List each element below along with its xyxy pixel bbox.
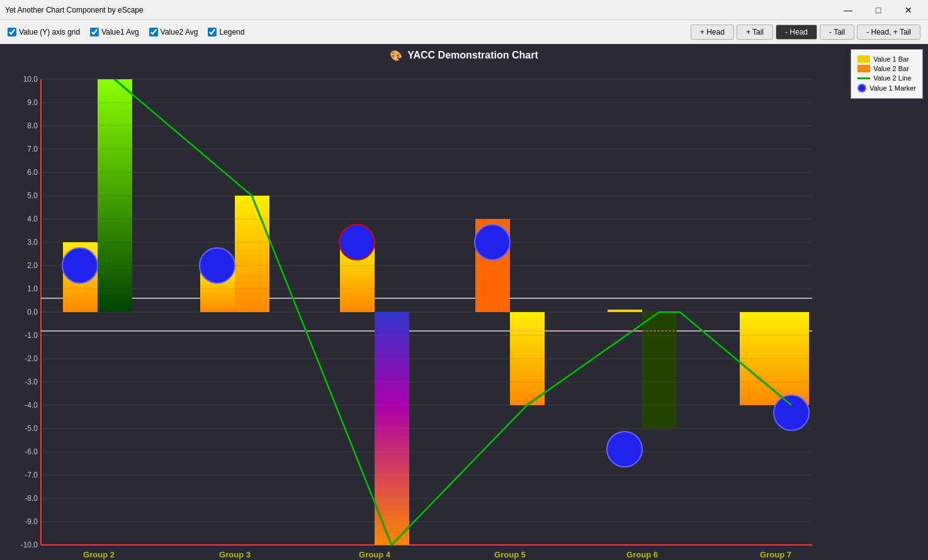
- group2-label: Group 2: [83, 550, 115, 559]
- chart-title-bar: 🎨 YACC Demonstration Chart: [0, 44, 928, 67]
- legend-swatch-value1-bar: [857, 55, 870, 63]
- chart-title: YACC Demonstration Chart: [407, 50, 538, 61]
- checkbox-value1-avg[interactable]: Value1 Avg: [90, 28, 139, 36]
- svg-text:5.0: 5.0: [27, 191, 38, 200]
- group4-marker: [339, 225, 375, 260]
- legend-swatch-value2-line: [857, 77, 870, 79]
- group2-marker: [62, 248, 98, 283]
- svg-text:3.0: 3.0: [27, 238, 38, 247]
- group3-label: Group 3: [219, 550, 251, 559]
- legend-item-value2-line: Value 2 Line: [857, 74, 916, 82]
- svg-text:-10.0: -10.0: [21, 540, 38, 549]
- group3-marker: [200, 248, 235, 283]
- svg-text:10.0: 10.0: [23, 75, 38, 84]
- app-title: Yet Another Chart Component by eScape: [5, 6, 144, 14]
- svg-text:6.0: 6.0: [27, 168, 38, 177]
- titlebar-left: Yet Another Chart Component by eScape: [5, 6, 144, 14]
- checkbox-y-axis-grid[interactable]: Value (Y) axis grid: [8, 28, 80, 36]
- minus-tail-button[interactable]: - Tail: [820, 25, 854, 40]
- group5-label: Group 5: [494, 550, 526, 559]
- svg-text:1.0: 1.0: [27, 284, 38, 293]
- grid-lines: [41, 79, 812, 545]
- group6-marker: [607, 432, 642, 467]
- chart-svg: 10.0 9.0 8.0 7.0 6.0 5.0 4.0 3.0 2.0 1.0…: [0, 67, 928, 560]
- svg-text:2.0: 2.0: [27, 261, 38, 270]
- svg-text:-8.0: -8.0: [25, 494, 38, 503]
- group7-marker: [774, 395, 809, 430]
- checkbox-value2-avg[interactable]: Value2 Avg: [149, 28, 198, 36]
- titlebar-controls: — □ ✕: [834, 1, 923, 20]
- legend-swatch-value2-bar: [857, 65, 870, 72]
- legend-swatch-value1-marker: [857, 84, 866, 92]
- group3-value2-bar: [235, 196, 269, 312]
- svg-text:-3.0: -3.0: [25, 378, 38, 386]
- svg-text:-4.0: -4.0: [25, 401, 38, 410]
- close-button[interactable]: ✕: [894, 1, 923, 20]
- group6-label: Group 6: [626, 550, 658, 559]
- legend-item-value2-bar: Value 2 Bar: [857, 65, 916, 72]
- svg-text:-5.0: -5.0: [25, 424, 38, 433]
- legend-item-value1-bar: Value 1 Bar: [857, 55, 916, 63]
- toolbar: Value (Y) axis grid Value1 Avg Value2 Av…: [0, 20, 928, 44]
- svg-text:0.0: 0.0: [27, 308, 38, 316]
- svg-text:9.0: 9.0: [27, 98, 38, 107]
- svg-text:-2.0: -2.0: [25, 354, 38, 363]
- group6-value2-bar: [642, 312, 677, 428]
- chart-area: 🎨 YACC Demonstration Chart Value 1 Bar V…: [0, 44, 928, 560]
- head-tail-buttons: + Head + Tail - Head - Tail - Head, + Ta…: [691, 25, 920, 40]
- svg-text:-9.0: -9.0: [25, 517, 38, 526]
- maximize-button[interactable]: □: [864, 1, 893, 20]
- checkbox-legend[interactable]: Legend: [208, 28, 244, 36]
- svg-text:-7.0: -7.0: [25, 471, 38, 479]
- svg-text:-1.0: -1.0: [25, 331, 38, 340]
- svg-text:-6.0: -6.0: [25, 447, 38, 456]
- svg-text:7.0: 7.0: [27, 145, 38, 154]
- minus-head-plus-tail-button[interactable]: - Head, + Tail: [857, 25, 920, 40]
- group7-label: Group 7: [760, 550, 791, 559]
- svg-text:8.0: 8.0: [27, 121, 38, 130]
- chart-icon: 🎨: [390, 50, 402, 62]
- minus-head-button[interactable]: - Head: [776, 25, 817, 40]
- plus-head-button[interactable]: + Head: [691, 25, 734, 40]
- group6-value1-bar: [608, 310, 642, 312]
- titlebar: Yet Another Chart Component by eScape — …: [0, 0, 928, 20]
- plus-tail-button[interactable]: + Tail: [737, 25, 773, 40]
- group4-label: Group 4: [359, 550, 391, 559]
- legend-item-value1-marker: Value 1 Marker: [857, 84, 916, 92]
- group5-marker: [475, 225, 510, 260]
- minimize-button[interactable]: —: [834, 1, 863, 20]
- svg-text:4.0: 4.0: [27, 215, 38, 223]
- legend: Value 1 Bar Value 2 Bar Value 2 Line Val…: [851, 49, 923, 99]
